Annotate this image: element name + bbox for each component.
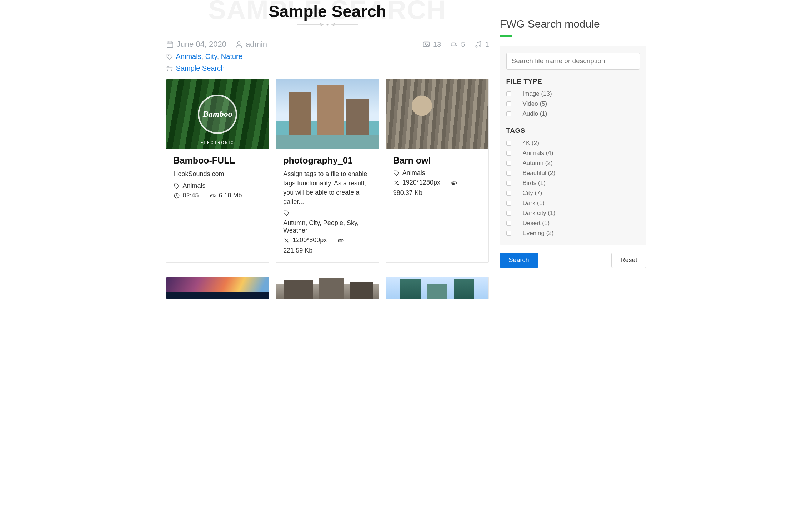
count-audio-value: 1	[485, 40, 489, 49]
svg-point-13	[168, 55, 169, 56]
tag-checkbox[interactable]	[506, 181, 511, 186]
disk-icon	[337, 237, 344, 244]
filter-file-type: FILE TYPE Image (13)Video (5)Audio (1)	[506, 78, 640, 119]
main-content: SAMPLE SEARCH Sample Search June 04, 202…	[166, 0, 489, 299]
tag-option[interactable]: Autumn (2)	[506, 158, 640, 168]
page-title-block: SAMPLE SEARCH Sample Search	[166, 0, 489, 29]
calendar-icon	[166, 40, 174, 48]
tag-option[interactable]: Desert (1)	[506, 218, 640, 228]
svg-point-14	[175, 185, 176, 185]
file-type-option[interactable]: Video (5)	[506, 99, 640, 109]
file-type-label[interactable]: Audio (1)	[523, 110, 547, 118]
file-type-checkbox[interactable]	[506, 101, 511, 106]
tag-option[interactable]: Dark city (1)	[506, 208, 640, 218]
tag-label[interactable]: Dark city (1)	[523, 210, 556, 217]
tag-label[interactable]: Beautiful (2)	[523, 170, 556, 177]
meta-tag-links: Animals, City, Nature	[176, 52, 242, 61]
card-body: photography_01 Assign tags to a file to …	[276, 149, 379, 262]
search-input[interactable]	[506, 52, 640, 70]
meta-category-link[interactable]: Sample Search	[176, 64, 225, 72]
card-tags: Autumn, City, People, Sky, Weather	[283, 219, 372, 234]
tag-label[interactable]: Dark (1)	[523, 200, 545, 207]
meta-tag-link[interactable]: Nature	[221, 52, 242, 60]
sidebar-button-row: Search Reset	[500, 252, 646, 268]
result-card[interactable]	[276, 277, 379, 299]
meta-date-text: June 04, 2020	[177, 40, 226, 49]
card-title[interactable]: Bamboo-FULL	[174, 155, 262, 166]
file-type-checkbox[interactable]	[506, 111, 511, 116]
tag-checkbox[interactable]	[506, 171, 511, 176]
result-card[interactable]: Barn owl Animals 1920*1280px 980.37 Kb	[386, 79, 489, 262]
clock-icon	[174, 192, 180, 199]
count-videos: 5	[450, 40, 465, 49]
filter-tags: TAGS 4K (2)Animals (4)Autumn (2)Beautifu…	[506, 127, 640, 238]
tag-checkbox[interactable]	[506, 231, 511, 236]
tag-icon	[283, 210, 290, 216]
user-icon	[235, 40, 243, 48]
tag-checkbox[interactable]	[506, 221, 511, 226]
result-card[interactable]	[166, 277, 270, 299]
tag-option[interactable]: Beautiful (2)	[506, 168, 640, 178]
image-icon	[422, 40, 430, 48]
tag-option[interactable]: Dark (1)	[506, 198, 640, 208]
tag-label[interactable]: Animals (4)	[523, 150, 553, 157]
tag-label[interactable]: Autumn (2)	[523, 160, 553, 167]
result-card[interactable]: Bamboo ELECTRONIC Bamboo-FULL HookSounds…	[166, 79, 270, 262]
svg-point-19	[395, 172, 396, 172]
tag-checkbox[interactable]	[506, 191, 511, 196]
video-icon	[450, 40, 458, 48]
tag-option[interactable]: Animals (4)	[506, 148, 640, 158]
file-type-option[interactable]: Image (13)	[506, 89, 640, 99]
count-videos-value: 5	[461, 40, 465, 49]
svg-point-17	[285, 212, 286, 212]
tag-option[interactable]: City (7)	[506, 188, 640, 198]
tag-checkbox[interactable]	[506, 201, 511, 206]
reset-button[interactable]: Reset	[611, 252, 646, 268]
tag-checkbox[interactable]	[506, 161, 511, 166]
card-thumbnail[interactable]	[386, 79, 489, 149]
file-type-checkbox[interactable]	[506, 91, 511, 96]
result-card[interactable]: photography_01 Assign tags to a file to …	[276, 79, 379, 262]
card-tags: Animals	[183, 182, 206, 190]
card-thumbnail[interactable]	[276, 79, 379, 149]
file-type-label[interactable]: Image (13)	[523, 90, 552, 98]
meta-category-row: Sample Search	[166, 64, 489, 72]
play-badge-icon[interactable]: Bamboo	[198, 95, 237, 134]
card-filesize: 980.37 Kb	[393, 189, 422, 197]
tag-checkbox[interactable]	[506, 211, 511, 216]
tag-checkbox[interactable]	[506, 151, 511, 156]
meta-tag-link[interactable]: Animals	[176, 52, 201, 60]
card-thumbnail[interactable]	[276, 277, 379, 299]
results-grid-row2	[166, 277, 489, 299]
tag-option[interactable]: Evening (2)	[506, 228, 640, 238]
file-type-option[interactable]: Audio (1)	[506, 109, 640, 119]
tag-icon	[174, 183, 180, 189]
tag-label[interactable]: Birds (1)	[523, 180, 546, 187]
card-title[interactable]: photography_01	[283, 155, 372, 166]
card-title[interactable]: Barn owl	[393, 155, 482, 166]
tag-icon	[393, 170, 400, 176]
disk-icon	[210, 192, 216, 199]
tag-checkbox[interactable]	[506, 141, 511, 146]
card-thumbnail[interactable]: Bamboo ELECTRONIC	[166, 79, 269, 149]
file-type-label[interactable]: Video (5)	[523, 100, 547, 108]
tag-option[interactable]: 4K (2)	[506, 138, 640, 148]
card-thumbnail[interactable]	[386, 277, 489, 299]
meta-bar: June 04, 2020 admin 13 5 1	[166, 40, 489, 49]
card-tags: Animals	[402, 169, 425, 177]
card-filesize: 221.59 Kb	[283, 247, 312, 254]
search-button[interactable]: Search	[500, 252, 538, 268]
card-filesize: 6.18 Mb	[219, 192, 242, 199]
tag-option[interactable]: Birds (1)	[506, 178, 640, 188]
svg-rect-3	[167, 42, 173, 48]
tag-label[interactable]: 4K (2)	[523, 140, 539, 147]
card-body: Barn owl Animals 1920*1280px 980.37 Kb	[386, 149, 489, 205]
tag-label[interactable]: Desert (1)	[523, 220, 550, 227]
card-description: Assign tags to a file to enable tags fun…	[283, 169, 372, 206]
meta-tag-link[interactable]: City	[205, 52, 217, 60]
card-duration: 02:45	[183, 192, 199, 199]
card-thumbnail[interactable]	[166, 277, 269, 299]
tag-label[interactable]: Evening (2)	[523, 230, 554, 237]
tag-label[interactable]: City (7)	[523, 190, 542, 197]
result-card[interactable]	[386, 277, 489, 299]
